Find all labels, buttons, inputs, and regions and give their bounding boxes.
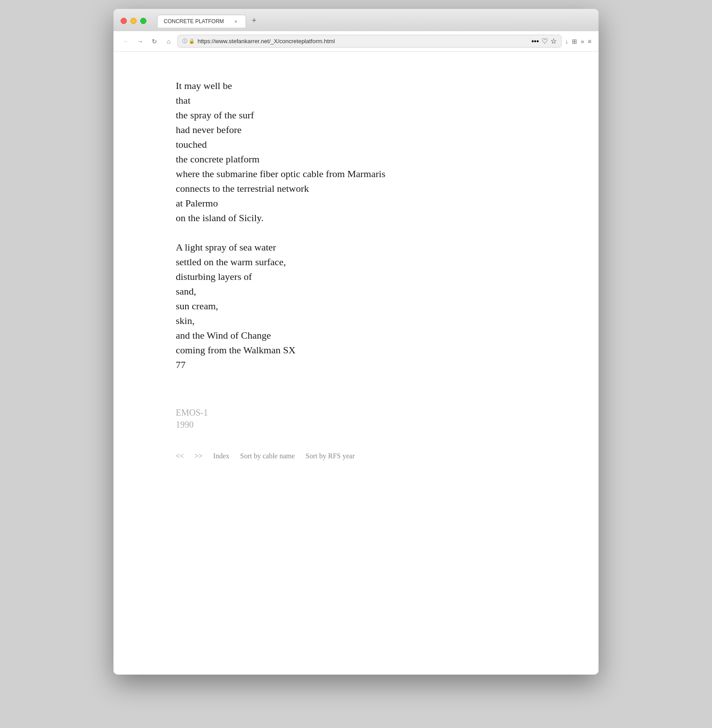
- nav-actions: ↓ ⊞ » ≡: [565, 38, 591, 45]
- poem-line: the concrete platform: [176, 152, 563, 166]
- index-link[interactable]: Index: [213, 452, 229, 460]
- poem-line: skin,: [176, 313, 563, 328]
- more-button[interactable]: •••: [531, 37, 539, 45]
- poem-line: coming from the Walkman SX: [176, 343, 563, 357]
- sort-rfs-link[interactable]: Sort by RFS year: [306, 452, 355, 460]
- extensions-button[interactable]: »: [581, 38, 584, 45]
- maximize-button[interactable]: [140, 18, 146, 24]
- close-button[interactable]: [121, 18, 127, 24]
- poem-year: 1990: [176, 420, 563, 430]
- poem-line: settled on the warm surface,: [176, 255, 563, 269]
- lock-icon: 🔒: [189, 38, 195, 44]
- poem-id: EMOS-1: [176, 408, 563, 418]
- new-tab-button[interactable]: +: [248, 14, 260, 27]
- poem-line: on the island of Sicily.: [176, 210, 563, 225]
- poem-line: at Palermo: [176, 196, 563, 210]
- address-bar[interactable]: ⓘ 🔒 https://www.stefankarrer.net/_X/conc…: [178, 35, 562, 48]
- traffic-lights: [121, 18, 146, 24]
- poem-line: disturbing layers of: [176, 269, 563, 284]
- prev-link[interactable]: <<: [176, 452, 184, 460]
- download-button[interactable]: ↓: [565, 38, 568, 45]
- poem-line: where the submarine fiber optic cable fr…: [176, 166, 563, 181]
- bookmark-star-icon[interactable]: ☆: [550, 37, 557, 45]
- minimize-button[interactable]: [130, 18, 137, 24]
- bookmark-heart-icon[interactable]: ♡: [542, 37, 548, 45]
- page-navigation: << >> Index Sort by cable name Sort by R…: [176, 452, 563, 460]
- poem: It may well be that the spray of the sur…: [176, 78, 563, 372]
- tab-close-button[interactable]: ×: [232, 18, 239, 25]
- url-display: https://www.stefankarrer.net/_X/concrete…: [198, 38, 529, 44]
- active-tab[interactable]: CONCRETE PLATFORM ×: [157, 15, 246, 28]
- poem-line: sand,: [176, 284, 563, 299]
- poem-stanza-1: It may well be that the spray of the sur…: [176, 78, 563, 225]
- refresh-button[interactable]: ↻: [149, 36, 160, 47]
- sort-cable-link[interactable]: Sort by cable name: [240, 452, 295, 460]
- nav-bar: ← → ↻ ⌂ ⓘ 🔒 https://www.stefankarrer.net…: [113, 31, 599, 52]
- next-link[interactable]: >>: [194, 452, 202, 460]
- poem-stanza-2: A light spray of sea water settled on th…: [176, 240, 563, 372]
- poem-line: had never before: [176, 122, 563, 137]
- poem-line: It may well be: [176, 78, 563, 93]
- reader-view-button[interactable]: ⊞: [572, 38, 577, 45]
- poem-meta: EMOS-1 1990: [176, 399, 563, 430]
- home-button[interactable]: ⌂: [163, 36, 174, 47]
- title-bar: CONCRETE PLATFORM × +: [113, 9, 599, 31]
- poem-line: the spray of the surf: [176, 108, 563, 122]
- browser-window: CONCRETE PLATFORM × + ← → ↻ ⌂ ⓘ 🔒 https:…: [113, 9, 599, 675]
- forward-button[interactable]: →: [135, 36, 146, 47]
- poem-line: and the Wind of Change: [176, 328, 563, 343]
- title-bar-top: CONCRETE PLATFORM × +: [121, 14, 591, 28]
- tab-title: CONCRETE PLATFORM: [164, 18, 229, 24]
- menu-button[interactable]: ≡: [588, 38, 591, 45]
- poem-line: touched: [176, 137, 563, 152]
- poem-line: A light spray of sea water: [176, 240, 563, 255]
- security-info: ⓘ 🔒: [182, 38, 195, 44]
- poem-line: connects to the terrestrial network: [176, 181, 563, 196]
- page-content: It may well be that the spray of the sur…: [113, 52, 599, 675]
- tabs: CONCRETE PLATFORM × +: [157, 14, 591, 28]
- poem-line: 77: [176, 357, 563, 372]
- back-button[interactable]: ←: [121, 36, 131, 47]
- poem-line: that: [176, 93, 563, 108]
- poem-line: sun cream,: [176, 299, 563, 313]
- info-icon: ⓘ: [182, 38, 187, 44]
